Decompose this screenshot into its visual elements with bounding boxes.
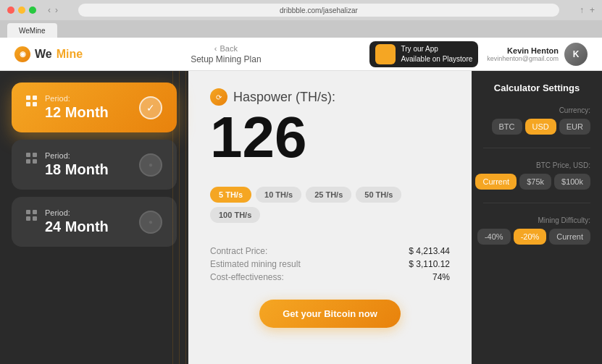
back-link[interactable]: ‹ Back (214, 44, 238, 53)
logo-we: We (35, 48, 52, 61)
center-panel: ⟳ Haspower (TH/s): 126 5 TH/s 10 TH/s 25… (188, 71, 472, 364)
user-email: kevinhenton@gmail.com (487, 55, 559, 62)
plan-check-icon: ✓ (139, 96, 162, 119)
browser-tabs: WeMine (0, 20, 602, 38)
contract-price-row: Contract Price: $ 4,213.44 (210, 246, 450, 256)
divider-2 (483, 203, 590, 203)
haspower-label-text: Haspower (TH/s): (233, 90, 335, 105)
url-text: dribbble.com/jasehalizar (280, 7, 358, 14)
btc-price-75k-button[interactable]: $75k (519, 174, 551, 190)
address-bar[interactable]: dribbble.com/jasehalizar (78, 4, 559, 17)
plan-select-icon-24: ● (139, 211, 162, 234)
effectiveness-value: 74% (432, 272, 450, 282)
plan-card-18month[interactable]: Period: 18 Month ● (12, 140, 177, 190)
mining-result-label: Estimated mining result (210, 259, 301, 269)
ths-10-button[interactable]: 10 TH/s (256, 187, 301, 203)
app-promo-icon (375, 44, 396, 64)
plan-card-text-18: Period: 18 Month (45, 151, 109, 178)
get-bitcoin-button[interactable]: Get your Bitcoin now (259, 300, 401, 328)
ths-100-button[interactable]: 100 TH/s (210, 207, 260, 223)
divider-1 (483, 148, 590, 148)
logo-mine: Mine (57, 48, 83, 61)
grid-icon-18 (26, 153, 38, 164)
calculator-title: Calculator Settings (483, 82, 590, 93)
app-promo-title: Try our App (401, 44, 473, 54)
contract-details: Contract Price: $ 4,213.44 Estimated min… (210, 246, 450, 282)
mining-result-value: $ 3,110.12 (409, 259, 450, 269)
back-nav-button[interactable]: ‹ (48, 5, 51, 15)
btc-price-label: BTC Price, USD: (483, 161, 590, 169)
app-header: ◉ WeMine ‹ Back Setup Mining Plan Try ou… (0, 38, 602, 71)
contract-price-value: $ 4,213.44 (409, 246, 450, 256)
currency-section: Currency: BTC USD EUR (483, 106, 590, 135)
avatar-initials: K (573, 49, 580, 59)
plan-card-left: Period: 12 Month (26, 94, 109, 121)
user-text: Kevin Henton kevinhenton@gmail.com (487, 46, 559, 62)
page-title: Setup Mining Plan (191, 54, 261, 64)
browser-nav: ‹ › (48, 5, 58, 15)
tab-title: WeMine (19, 27, 46, 35)
grid-icon (26, 96, 38, 107)
currency-label: Currency: (483, 106, 590, 114)
traffic-lights (7, 7, 36, 14)
logo: ◉ WeMine (14, 46, 83, 62)
close-window-button[interactable] (7, 7, 14, 14)
btc-price-current-button[interactable]: Current (475, 174, 517, 190)
difficulty-section: Mining Difficulty: -40% -20% Current (483, 216, 590, 245)
plan-card-12month[interactable]: Period: 12 Month ✓ (12, 82, 177, 132)
plan-period-label-18: Period: (45, 151, 109, 160)
user-info: Kevin Henton kevinhenton@gmail.com K (487, 43, 588, 66)
difficulty-current-button[interactable]: Current (549, 229, 590, 245)
plan-card-left-18: Period: 18 Month (26, 151, 109, 178)
currency-usd-button[interactable]: USD (525, 119, 556, 135)
browser-chrome: ‹ › dribbble.com/jasehalizar ↑ + WeMine (0, 0, 602, 38)
app-promo-text: Try our App Available on Playstore (401, 44, 473, 64)
difficulty-minus40-button[interactable]: -40% (477, 229, 511, 245)
share-icon[interactable]: ↑ (580, 5, 584, 15)
active-tab[interactable]: WeMine (7, 23, 57, 38)
grid-icon-24 (26, 210, 38, 221)
user-name: Kevin Henton (487, 46, 559, 55)
difficulty-buttons: -40% -20% Current (483, 229, 590, 245)
ths-50-button[interactable]: 50 TH/s (356, 187, 401, 203)
browser-actions: ↑ + (580, 5, 595, 15)
app-content: ◉ WeMine ‹ Back Setup Mining Plan Try ou… (0, 38, 602, 364)
header-right: Try our App Available on Playstore Kevin… (369, 41, 588, 67)
haspower-section: ⟳ Haspower (TH/s): 126 (210, 88, 450, 175)
contract-price-label: Contract Price: (210, 246, 267, 256)
app-promo-subtitle: Available on Playstore (401, 54, 473, 64)
maximize-window-button[interactable] (29, 7, 36, 14)
ths-25-button[interactable]: 25 TH/s (306, 187, 351, 203)
avatar: K (564, 43, 588, 66)
haspower-icon: ⟳ (210, 88, 227, 106)
btc-price-buttons: Current $75k $100k (483, 174, 590, 190)
currency-buttons: BTC USD EUR (483, 119, 590, 135)
ths-5-button[interactable]: 5 TH/s (210, 187, 251, 203)
plan-card-left-24: Period: 24 Month (26, 208, 109, 235)
right-panel: Calculator Settings Currency: BTC USD EU… (472, 71, 602, 364)
minimize-window-button[interactable] (18, 7, 25, 14)
logo-icon: ◉ (14, 46, 30, 62)
mining-result-row: Estimated mining result $ 3,110.12 (210, 259, 450, 269)
back-chevron-icon: ‹ (214, 44, 217, 53)
haspower-label: ⟳ Haspower (TH/s): (210, 88, 450, 106)
forward-nav-button[interactable]: › (55, 5, 58, 15)
currency-eur-button[interactable]: EUR (559, 119, 590, 135)
plan-period-label-24: Period: (45, 208, 109, 217)
new-tab-icon[interactable]: + (590, 5, 595, 15)
plan-period-label: Period: (45, 94, 109, 103)
btc-price-100k-button[interactable]: $100k (554, 174, 590, 190)
plan-card-24month[interactable]: Period: 24 Month ● (12, 197, 177, 247)
currency-btc-button[interactable]: BTC (492, 119, 522, 135)
plan-24month-value: 24 Month (45, 219, 109, 235)
header-center: ‹ Back Setup Mining Plan (83, 44, 369, 64)
plan-select-icon-18: ● (139, 153, 162, 177)
left-panel: Period: 12 Month ✓ Period: 18 Month ● (0, 71, 188, 364)
effectiveness-label: Cost-effectiveness: (210, 272, 284, 282)
app-promo: Try our App Available on Playstore (369, 41, 479, 67)
main-layout: Period: 12 Month ✓ Period: 18 Month ● (0, 71, 602, 364)
difficulty-minus20-button[interactable]: -20% (514, 229, 547, 245)
btc-price-section: BTC Price, USD: Current $75k $100k (483, 161, 590, 190)
back-label: Back (220, 44, 237, 53)
plan-12month-value: 12 Month (45, 104, 109, 121)
